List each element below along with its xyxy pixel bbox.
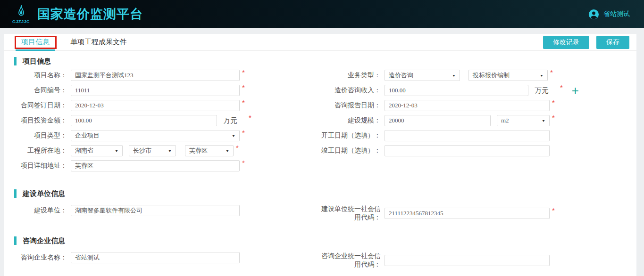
contract-sign-date-row: 合同签订日期：: [4, 100, 319, 111]
business-type-select[interactable]: 造价咨询 ▼: [385, 70, 460, 81]
tab-project-info[interactable]: 项目信息: [16, 34, 55, 50]
contract-no-input[interactable]: [71, 85, 240, 96]
project-location-label: 工程所在地：: [4, 146, 67, 155]
section-bar: [14, 57, 17, 65]
project-type-label: 项目类型：: [4, 131, 67, 140]
required-asterisk: [552, 114, 555, 122]
province-select[interactable]: 湖南省 ▼: [71, 145, 123, 156]
tab-single-project-files[interactable]: 单项工程成果文件: [65, 34, 133, 50]
user-menu[interactable]: 省站测试: [588, 9, 630, 20]
consulting-credit-code-input[interactable]: [385, 255, 550, 266]
start-date-row: 开工日期（选填）：: [319, 130, 636, 141]
start-date-input[interactable]: [385, 130, 550, 141]
construction-credit-code-label: 建设单位统一社会信用代码：: [319, 205, 381, 222]
required-asterisk: [550, 68, 553, 76]
dropdown-arrow-icon: ▼: [452, 73, 456, 77]
add-income-icon[interactable]: +: [572, 86, 579, 95]
investment-amount-label: 项目投资金额：: [4, 116, 67, 125]
completion-date-input[interactable]: [385, 145, 550, 156]
project-type-row: 项目类型： 企业项目 ▼: [4, 130, 319, 141]
construction-scale-label: 建设规模：: [319, 116, 381, 125]
investment-unit-label: 万元: [223, 116, 237, 125]
investment-amount-row: 项目投资金额： 万元: [4, 115, 319, 126]
contract-no-label: 合同编号：: [4, 86, 67, 95]
dropdown-arrow-icon: ▼: [540, 73, 544, 77]
consulting-income-label: 造价咨询收入：: [319, 86, 381, 95]
section-consulting-company: 咨询企业信息: [14, 236, 636, 245]
construction-unit-input[interactable]: [71, 205, 240, 216]
required-asterisk: [552, 206, 555, 214]
city-select[interactable]: 长沙市 ▼: [129, 145, 176, 156]
contract-no-row: 合同编号：: [4, 85, 319, 96]
form-column-right: 业务类型： 造价咨询 ▼ 投标报价编制 ▼ 造价咨询收入： 万元 +: [319, 70, 636, 175]
construction-scale-row: 建设规模： m2 ▼: [319, 115, 636, 126]
required-asterisk: [242, 129, 245, 137]
app-header: GJZJJC 国家造价监测平台 省站测试: [0, 0, 644, 28]
section-title: 咨询企业信息: [23, 236, 65, 245]
contract-sign-date-label: 合同签订日期：: [4, 101, 67, 110]
logo-caption: GJZJJC: [12, 19, 30, 24]
dropdown-arrow-icon: ▼: [115, 149, 118, 153]
section-title: 建设单位信息: [23, 189, 65, 198]
consulting-company-form: 咨询企业名称： 咨询企业统一社会信用代码：: [4, 252, 636, 273]
consulting-company-row: 咨询企业名称：: [4, 252, 319, 263]
section-construction-unit: 建设单位信息: [14, 189, 636, 198]
construction-credit-code-input[interactable]: [385, 208, 550, 219]
project-type-value: 企业项目: [75, 131, 100, 140]
consulting-company-input[interactable]: [71, 252, 240, 263]
modify-record-button[interactable]: 修改记录: [543, 36, 589, 49]
project-name-input[interactable]: [71, 70, 240, 81]
investment-amount-input[interactable]: [71, 115, 217, 126]
required-asterisk: [242, 68, 245, 76]
report-date-input[interactable]: [385, 100, 550, 111]
province-value: 湖南省: [75, 146, 93, 155]
start-date-label: 开工日期（选填）：: [319, 131, 381, 140]
consulting-income-row: 造价咨询收入： 万元 +: [319, 85, 636, 96]
construction-unit-label: 建设单位：: [4, 206, 67, 215]
project-name-label: 项目名称：: [4, 71, 67, 80]
consulting-income-input[interactable]: [385, 85, 528, 96]
city-value: 长沙市: [133, 146, 151, 155]
project-address-input[interactable]: [71, 160, 240, 171]
consulting-credit-code-label: 咨询企业统一社会信用代码：: [319, 252, 381, 269]
section-bar: [14, 189, 17, 198]
section-bar: [14, 236, 17, 245]
form-column-left: 建设单位：: [4, 205, 319, 226]
save-button[interactable]: 保存: [596, 36, 629, 49]
scale-unit-select[interactable]: m2 ▼: [497, 115, 550, 126]
tab-project-info-label: 项目信息: [21, 38, 50, 47]
business-subtype-select[interactable]: 投标报价编制 ▼: [468, 70, 548, 81]
section-project-info: 项目信息: [14, 57, 636, 66]
construction-unit-form: 建设单位： 建设单位统一社会信用代码：: [4, 205, 636, 226]
project-address-label: 项目详细地址：: [4, 162, 67, 170]
district-value: 芙蓉区: [189, 146, 208, 155]
required-asterisk: [242, 98, 245, 106]
contract-sign-date-input[interactable]: [71, 100, 240, 111]
tab-single-project-files-label: 单项工程成果文件: [70, 38, 127, 47]
completion-date-row: 竣工日期（选填）：: [319, 145, 636, 156]
username: 省站测试: [603, 10, 630, 18]
project-info-form: 项目名称： 合同编号： 合同签订日期： 项目投资金额： 万元: [4, 70, 636, 175]
report-date-label: 咨询报告日期：: [319, 101, 381, 110]
construction-scale-input[interactable]: [385, 115, 491, 126]
form-column-left: 项目名称： 合同编号： 合同签订日期： 项目投资金额： 万元: [4, 70, 319, 175]
district-select[interactable]: 芙蓉区 ▼: [185, 145, 234, 156]
construction-unit-row: 建设单位：: [4, 205, 319, 216]
form-column-right: 咨询企业统一社会信用代码：: [319, 252, 636, 273]
required-asterisk: [552, 98, 555, 106]
required-asterisk: [242, 159, 245, 167]
dropdown-arrow-icon: ▼: [542, 119, 545, 122]
required-asterisk: [249, 114, 251, 122]
platform-logo: GJZJJC: [12, 5, 30, 24]
required-asterisk: [560, 83, 563, 91]
dropdown-arrow-icon: ▼: [232, 134, 235, 138]
income-unit-label: 万元: [535, 86, 549, 95]
required-asterisk: [242, 83, 245, 91]
form-column-left: 咨询企业名称：: [4, 252, 319, 273]
project-address-row: 项目详细地址：: [4, 160, 319, 171]
user-avatar-icon: [588, 9, 599, 20]
active-tab-underline: [16, 49, 55, 51]
project-type-select[interactable]: 企业项目 ▼: [71, 130, 240, 141]
app-title: 国家造价监测平台: [37, 6, 143, 23]
project-name-row: 项目名称：: [4, 70, 319, 81]
